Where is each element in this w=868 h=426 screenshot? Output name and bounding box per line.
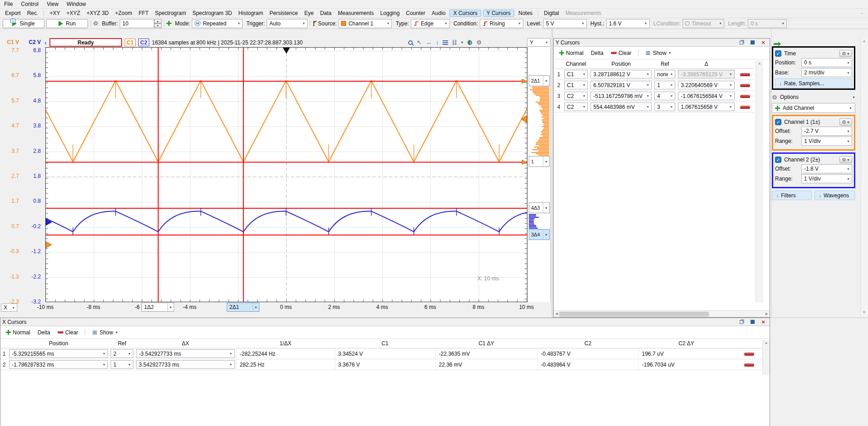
viewbar-add-data[interactable]: Data xyxy=(317,10,335,17)
position-input[interactable]: 554.4483986 mV▼ xyxy=(590,103,652,111)
add-normal-cursor-button[interactable]: Normal xyxy=(3,328,33,337)
channel-select[interactable]: C1▼ xyxy=(564,70,588,78)
close-icon[interactable]: × xyxy=(759,319,768,325)
y-table-scrollbar[interactable]: ▲ xyxy=(756,60,763,303)
channel-select[interactable]: C2▼ xyxy=(564,92,588,100)
show-menu-button[interactable]: Show▼ xyxy=(643,49,674,57)
channel1-offset-select[interactable]: -2.7 V▼ xyxy=(801,127,852,136)
ref-select[interactable]: 3▼ xyxy=(654,103,675,111)
channel-select[interactable]: C2▼ xyxy=(564,103,588,111)
ref-select[interactable]: none▼ xyxy=(654,70,675,78)
channel2-range-select[interactable]: 1 V/div▼ xyxy=(801,174,852,183)
plot-settings-icon[interactable]: ⚙ xyxy=(476,39,482,45)
y-axis-selector[interactable]: Y▼ xyxy=(527,38,551,47)
viewbar-add-audio[interactable]: Audio xyxy=(429,10,449,17)
ref-select[interactable]: 1▼ xyxy=(111,360,133,369)
channels-layout-icon[interactable] xyxy=(452,40,456,45)
time-position-select[interactable]: 0 s▼ xyxy=(801,58,852,67)
viewbar-add-logging[interactable]: Logging xyxy=(377,10,403,17)
buffer-gear-icon[interactable]: ⚙ xyxy=(93,20,98,26)
x-axis-selector[interactable]: X▼ xyxy=(1,304,17,312)
viewbar-add-persistence[interactable]: Persistence xyxy=(266,10,301,17)
add-normal-cursor-button[interactable]: Normal xyxy=(556,49,586,57)
viewbar-add-eye[interactable]: Eye xyxy=(301,10,317,17)
menu-view[interactable]: View xyxy=(43,0,63,8)
viewbar-add-zoom[interactable]: +Zoom xyxy=(112,10,136,17)
x-cursor-marker-2-1[interactable]: 2Δ1▼ xyxy=(227,303,259,312)
position-input[interactable]: 6.507829181 V▼ xyxy=(590,81,652,89)
y-cursors-titlebar[interactable]: Y Cursors × xyxy=(554,39,770,47)
channel1-tab[interactable]: C1 xyxy=(125,39,136,46)
buffer-input[interactable]: 10 xyxy=(120,19,154,28)
float-window-icon[interactable] xyxy=(737,319,746,325)
channel2-gear-icon[interactable]: ⚙▼ xyxy=(839,156,852,163)
pointer-icon[interactable]: ↖ xyxy=(417,39,422,45)
type-select[interactable]: Edge▼ xyxy=(411,19,450,28)
delta-value[interactable]: 1.067615658 V▼ xyxy=(678,103,735,111)
remove-cursor-button[interactable] xyxy=(740,73,750,76)
viewbar-toggle-x-cursors[interactable]: X Cursors xyxy=(449,10,481,17)
ref-select[interactable]: 4▼ xyxy=(654,92,675,100)
y-panel-hscrollbar[interactable]: ◀▶ xyxy=(554,310,770,317)
condition-select[interactable]: Rising▼ xyxy=(480,19,523,28)
channel1-range-select[interactable]: 1 V/div▼ xyxy=(801,137,852,146)
time-checkbox[interactable] xyxy=(775,50,781,57)
wavegens-button[interactable]: ↓Wavegens xyxy=(814,191,855,200)
time-gear-icon[interactable]: ⚙▼ xyxy=(839,50,852,57)
position-input[interactable]: -5.329215565 ms▼ xyxy=(9,349,108,358)
position-input[interactable]: -513.167259786 mV▼ xyxy=(590,92,652,100)
x-table-scrollbar[interactable]: ▲ xyxy=(762,340,770,375)
zoom-icon[interactable] xyxy=(408,40,413,45)
hysteresis-select[interactable]: 1.6 V▼ xyxy=(606,19,650,28)
options-row[interactable]: ⚙Options ▼ xyxy=(772,93,855,101)
waveform-plot[interactable]: X: 10 ms xyxy=(45,47,527,302)
add-mode-icon[interactable] xyxy=(166,21,171,26)
fit-horizontal-icon[interactable]: ↔ xyxy=(426,39,432,45)
viewbar-add-measurements[interactable]: Measurements xyxy=(335,10,377,17)
viewbar-add-xy[interactable]: +XY xyxy=(46,10,63,17)
viewbar-notes[interactable]: Notes xyxy=(515,10,536,17)
zoom-in-icon[interactable] xyxy=(468,40,472,45)
rate-samples-button[interactable]: ↓ Rate, Samples... xyxy=(775,78,852,88)
delta-x-input[interactable]: 3.542927733 ms▼ xyxy=(136,360,235,369)
viewbar-add-counter[interactable]: Counter xyxy=(403,10,429,17)
add-channel-button[interactable]: Add Channel ▼ xyxy=(772,103,855,113)
viewbar-toggle-y-cursors[interactable]: Y Cursors xyxy=(483,10,514,17)
measure-lines-icon[interactable] xyxy=(443,42,448,43)
run-button[interactable]: Run xyxy=(46,19,88,28)
menu-window[interactable]: Window xyxy=(63,0,90,8)
level-select[interactable]: 5 V▼ xyxy=(543,19,587,28)
viewbar-add-xyz-3d[interactable]: +XYZ 3D xyxy=(83,10,112,17)
source-select[interactable]: Channel 1▼ xyxy=(338,19,392,28)
delta-x-input[interactable]: -3.542927733 ms▼ xyxy=(136,349,235,358)
remove-cursor-button[interactable] xyxy=(740,95,750,98)
viewbar-add-spectrogram[interactable]: Spectrogram xyxy=(151,10,189,17)
viewbar-digital[interactable]: Digital xyxy=(541,10,562,17)
fit-vertical-icon[interactable]: ↕ xyxy=(436,39,439,45)
viewbar-add-xyz[interactable]: +XYZ xyxy=(63,10,83,17)
y-cursor-marker-3-4[interactable]: 3Δ4▼ xyxy=(529,229,550,240)
delta-value[interactable]: -3.3985765125 V▼ xyxy=(678,70,735,78)
ref-select[interactable]: 1▼ xyxy=(654,81,675,89)
position-input[interactable]: -1.786287832 ms▼ xyxy=(9,360,108,369)
x-cursors-titlebar[interactable]: X Cursors × xyxy=(0,318,770,326)
y-cursor-marker-1[interactable]: 1▼ xyxy=(529,156,550,167)
dock-window-icon[interactable] xyxy=(748,39,757,45)
clear-cursors-button[interactable]: Clear xyxy=(55,328,81,337)
remove-cursor-button[interactable] xyxy=(744,363,754,367)
float-window-icon[interactable] xyxy=(737,39,746,45)
channel2-tab[interactable]: C2 xyxy=(138,39,149,46)
ref-select[interactable]: 2▼ xyxy=(111,349,133,358)
sidebar-scrollbar[interactable]: ▲▼ xyxy=(860,38,868,316)
viewbar-add-histogram[interactable]: Histogram xyxy=(235,10,267,17)
y-cursor-marker-2-1[interactable]: 2Δ1▼ xyxy=(529,75,550,86)
dock-window-icon[interactable] xyxy=(748,319,757,325)
delta-value[interactable]: 3.220640569 V▼ xyxy=(678,81,735,89)
layout-dropdown-icon[interactable]: ▼ xyxy=(460,41,463,44)
x-cursor-marker-1-2[interactable]: 1Δ2▼ xyxy=(141,303,174,312)
viewbar-overflow[interactable]: - xyxy=(858,10,866,17)
channel-select[interactable]: C1▼ xyxy=(564,81,588,89)
remove-cursor-button[interactable] xyxy=(744,353,754,356)
channel1-gear-icon[interactable]: ⚙▼ xyxy=(839,118,852,126)
filters-button[interactable]: ↓Filters xyxy=(772,191,812,200)
